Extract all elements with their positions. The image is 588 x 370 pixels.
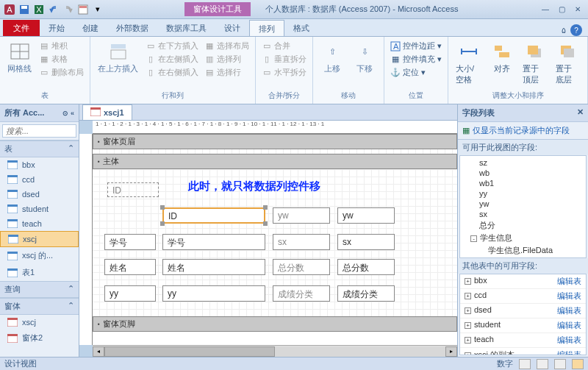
tree-expand-icon[interactable]: +: [465, 352, 471, 355]
padding-button[interactable]: ▦控件填充 ▾: [389, 53, 443, 65]
margins-button[interactable]: A控件边距 ▾: [389, 40, 443, 52]
textbox-chengji[interactable]: 成绩分类: [273, 285, 330, 302]
label-id-dragsource[interactable]: ID: [107, 182, 159, 197]
file-tab[interactable]: 文件: [3, 20, 40, 36]
field-sz[interactable]: sz: [462, 157, 584, 168]
label-xingming-r[interactable]: 姓名: [162, 259, 265, 275]
selection-handle[interactable]: [160, 205, 165, 210]
align-button[interactable]: 对齐: [487, 40, 517, 76]
tree-collapse-icon[interactable]: -: [470, 235, 477, 242]
tree-expand-icon[interactable]: +: [465, 307, 471, 314]
label-xuehao-l[interactable]: 学号: [104, 234, 156, 250]
close-pane-icon[interactable]: ✕: [577, 107, 584, 118]
search-input[interactable]: [2, 124, 76, 138]
select-layout-button[interactable]: ▦选择布局: [203, 40, 251, 52]
nav-item-dsed[interactable]: dsed: [0, 187, 79, 202]
move-up-button[interactable]: ⇧上移: [318, 40, 347, 76]
edit-table-link[interactable]: 编辑表: [557, 349, 581, 355]
horizontal-ruler[interactable]: 1 · 1 · 1 · 2 · 1 · 3 · 1 · 4 · 1 · 5 · …: [93, 121, 457, 134]
scroll-right-button[interactable]: ▸: [445, 346, 457, 357]
section-form-header[interactable]: 窗体页眉: [93, 134, 457, 149]
merge-button[interactable]: ▭合并: [260, 40, 308, 52]
excel-export-icon[interactable]: X: [32, 3, 46, 16]
nav-item-form-xscj[interactable]: xscj: [0, 315, 79, 330]
other-row-ccd[interactable]: +ccd编辑表: [460, 289, 586, 304]
nav-item-xscj-copy[interactable]: xscj 的...: [0, 247, 79, 264]
nav-item-student[interactable]: student: [0, 202, 79, 216]
edit-table-link[interactable]: 编辑表: [557, 320, 581, 331]
available-fields-tree[interactable]: sz wb wb1 yy yw sx 总分 -学生信息 学生信息.FileDat…: [459, 155, 587, 258]
collapse-nav-icon[interactable]: ⊙ «: [62, 110, 74, 117]
tab-design[interactable]: 设计: [215, 20, 249, 36]
select-col-button[interactable]: ▥选择列: [203, 53, 251, 65]
view-layout-button[interactable]: [554, 359, 566, 369]
nav-item-teach[interactable]: teach: [0, 216, 79, 231]
field-wb1[interactable]: wb1: [462, 178, 584, 188]
insert-below-button[interactable]: ▭在下方插入: [144, 40, 200, 52]
form-icon[interactable]: [76, 3, 90, 16]
tree-expand-icon[interactable]: +: [465, 293, 471, 299]
label-chengji[interactable]: 成绩分类: [337, 285, 395, 302]
select-row-button[interactable]: ▤选择行: [203, 66, 251, 79]
nav-item-xscj[interactable]: xscj: [0, 231, 79, 247]
selection-handle[interactable]: [263, 205, 268, 210]
edit-table-link[interactable]: 编辑表: [557, 276, 581, 287]
textbox-sx[interactable]: sx: [273, 234, 330, 250]
size-space-button[interactable]: 大小/空格: [453, 40, 484, 87]
field-zongfen[interactable]: 总分: [462, 219, 584, 232]
remove-layout-button[interactable]: ▭删除布局: [37, 66, 85, 79]
label-yy-l[interactable]: yy: [104, 285, 156, 302]
tabular-button[interactable]: ▦表格: [37, 53, 85, 65]
nav-item-form2[interactable]: 窗体2: [0, 330, 79, 346]
view-design-button[interactable]: [572, 359, 584, 369]
label-yy-r[interactable]: yy: [162, 285, 265, 302]
section-form-footer[interactable]: 窗体页脚: [93, 316, 457, 332]
edit-table-link[interactable]: 编辑表: [557, 305, 581, 316]
gridlines-button[interactable]: 网格线: [4, 40, 35, 76]
access-app-icon[interactable]: A: [3, 3, 16, 16]
tab-arrange[interactable]: 排列: [249, 20, 284, 36]
section-detail[interactable]: 主体: [93, 154, 457, 169]
selection-handle[interactable]: [160, 221, 165, 226]
nav-group-forms[interactable]: 窗体⌃: [0, 298, 79, 315]
label-sx[interactable]: sx: [337, 234, 395, 250]
field-parent-studentinfo[interactable]: -学生信息: [462, 232, 584, 244]
insert-left-button[interactable]: ▯在左侧插入: [144, 53, 200, 65]
tab-dbtools[interactable]: 数据库工具: [157, 20, 215, 36]
view-form-button[interactable]: [519, 359, 531, 369]
close-button[interactable]: ✕: [570, 4, 585, 15]
field-wb[interactable]: wb: [462, 168, 584, 178]
label-zongfen[interactable]: 总分数: [337, 259, 395, 275]
redo-icon[interactable]: [62, 3, 75, 16]
view-datasheet-button[interactable]: [537, 359, 548, 369]
nav-header[interactable]: 所有 Acc... ⊙ «: [0, 104, 79, 122]
tree-expand-icon[interactable]: +: [465, 278, 471, 285]
tab-create[interactable]: 创建: [74, 20, 107, 36]
nav-item-table1[interactable]: 表1: [0, 264, 79, 281]
send-back-button[interactable]: 置于底层: [553, 40, 583, 87]
label-xuehao-r[interactable]: 学号: [162, 234, 265, 250]
tab-format[interactable]: 格式: [284, 20, 318, 36]
tab-home[interactable]: 开始: [40, 20, 74, 36]
bring-front-button[interactable]: 置于顶层: [520, 40, 550, 87]
field-yw[interactable]: yw: [462, 199, 584, 209]
form-design-surface[interactable]: 窗体页眉 主体 ID 此时，就只将数据列控件移 ID yw yw 学号 学号 s…: [93, 134, 457, 345]
edit-table-link[interactable]: 编辑表: [557, 291, 581, 302]
form-header-body[interactable]: [93, 149, 457, 154]
move-down-button[interactable]: ⇩下移: [350, 40, 379, 76]
restore-button[interactable]: ▢: [554, 4, 569, 15]
minimize-ribbon-icon[interactable]: ۵: [562, 26, 566, 35]
scroll-thumb[interactable]: [104, 346, 275, 357]
tree-expand-icon[interactable]: +: [465, 337, 471, 344]
other-row-dsed[interactable]: +dsed编辑表: [460, 304, 586, 319]
undo-icon[interactable]: [47, 3, 60, 16]
scroll-left-button[interactable]: ◂: [93, 346, 104, 357]
other-row-teach[interactable]: +teach编辑表: [460, 333, 586, 348]
field-yy[interactable]: yy: [462, 188, 584, 199]
nav-group-tables[interactable]: 表⌃: [0, 140, 79, 157]
vsplit-button[interactable]: ▯垂直拆分: [260, 53, 308, 65]
document-tab[interactable]: xscj1: [82, 104, 132, 120]
horizontal-scrollbar[interactable]: ◂ ▸: [93, 345, 457, 357]
insert-right-button[interactable]: ▯在右侧插入: [144, 66, 200, 79]
save-icon[interactable]: [18, 3, 31, 16]
